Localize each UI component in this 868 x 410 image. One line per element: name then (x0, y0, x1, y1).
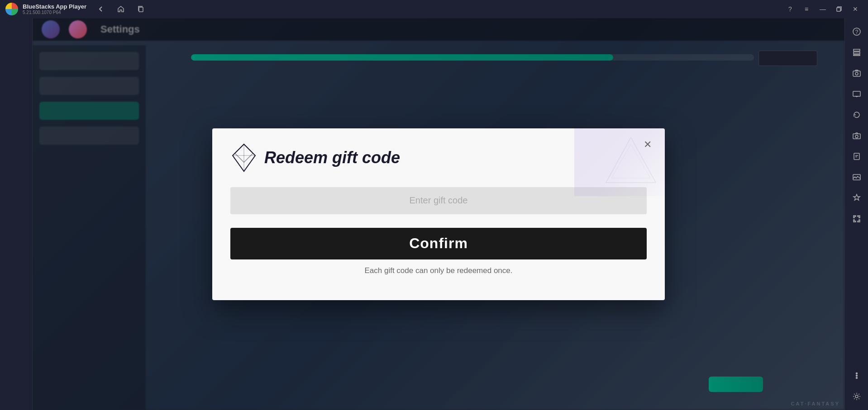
svg-rect-11 (854, 49, 860, 51)
minimize-button[interactable]: — (816, 3, 830, 15)
modal-container: CAT·FANTASY Redeem gift code ✕ Confirm E… (212, 128, 665, 300)
sidebar-help-button[interactable]: ? (847, 22, 867, 42)
sidebar-bottom (847, 366, 867, 406)
svg-rect-1 (837, 8, 840, 11)
main-area: Settings (0, 18, 868, 410)
svg-point-24 (856, 377, 857, 379)
svg-rect-0 (139, 7, 143, 12)
svg-rect-14 (853, 71, 860, 76)
svg-rect-20 (854, 153, 859, 160)
back-button[interactable] (95, 4, 106, 14)
svg-point-19 (855, 135, 858, 138)
menu-button[interactable]: ≡ (799, 3, 814, 15)
sidebar-tv-button[interactable] (847, 84, 867, 104)
confirm-button[interactable]: Confirm (230, 228, 647, 259)
close-button[interactable]: ✕ (848, 3, 863, 15)
right-sidebar: ? (844, 18, 868, 410)
sidebar-layout-button[interactable] (847, 42, 867, 62)
game-area: Settings (33, 18, 844, 410)
sidebar-apk-button[interactable] (847, 146, 867, 166)
svg-point-15 (855, 72, 858, 75)
sidebar-rotate-button[interactable] (847, 105, 867, 125)
svg-rect-12 (854, 52, 860, 54)
home-button[interactable] (115, 4, 126, 14)
nav-buttons (95, 4, 146, 14)
title-bar: BlueStacks App Player 5.21.500.1070 P64 … (0, 0, 868, 18)
copy-button[interactable] (135, 4, 146, 14)
svg-point-22 (856, 373, 857, 374)
left-sidebar (0, 18, 33, 410)
restore-button[interactable] (832, 3, 846, 15)
modal-title: Redeem gift code (264, 148, 400, 167)
sidebar-camera-button[interactable] (847, 126, 867, 146)
sidebar-more-button[interactable] (847, 366, 867, 386)
cat-fantasy-logo: CAT·FANTASY (230, 142, 258, 174)
sidebar-gear-button[interactable] (847, 386, 867, 406)
help-button[interactable]: ? (783, 3, 797, 15)
svg-point-23 (856, 375, 857, 377)
window-controls: ? ≡ — ✕ (783, 3, 863, 15)
svg-rect-13 (854, 55, 860, 56)
svg-rect-16 (855, 70, 858, 71)
svg-rect-17 (853, 91, 860, 96)
sidebar-screenshot-button[interactable] (847, 63, 867, 83)
modal-header: CAT·FANTASY Redeem gift code (212, 128, 665, 183)
sidebar-photo-button[interactable] (847, 167, 867, 187)
svg-point-25 (855, 395, 858, 398)
sidebar-magic-button[interactable] (847, 188, 867, 208)
redeem-notice: Each gift code can only be redeemed once… (230, 266, 647, 275)
modal-close-button[interactable]: ✕ (639, 137, 656, 153)
app-logo (5, 3, 18, 15)
redeem-modal: CAT·FANTASY Redeem gift code ✕ Confirm E… (212, 128, 665, 300)
app-info: BlueStacks App Player 5.21.500.1070 P64 (23, 3, 86, 15)
gift-code-input[interactable] (230, 187, 647, 214)
modal-body: Confirm Each gift code can only be redee… (212, 183, 665, 289)
sidebar-resize-button[interactable] (847, 209, 867, 229)
app-version: 5.21.500.1070 P64 (23, 10, 86, 15)
svg-text:?: ? (855, 29, 858, 35)
app-name: BlueStacks App Player (23, 3, 86, 10)
